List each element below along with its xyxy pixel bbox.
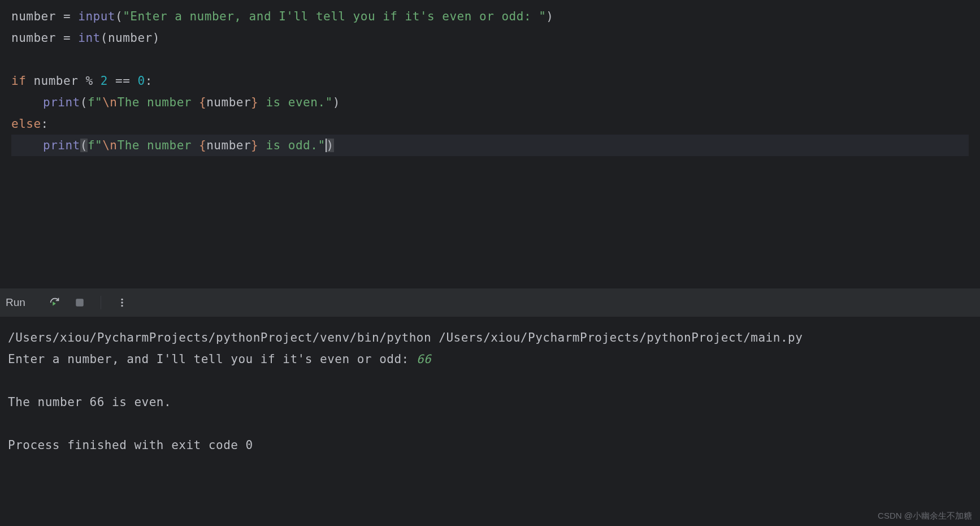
console-blank: [8, 370, 972, 391]
code-line-6[interactable]: else:: [11, 113, 969, 135]
toolbar-separator: [101, 296, 101, 309]
code-line-7[interactable]: print(f"\nThe number {number} is odd."): [11, 135, 969, 156]
more-icon[interactable]: [115, 296, 129, 309]
rerun-icon[interactable]: [48, 296, 62, 309]
code-line-3[interactable]: [11, 49, 969, 70]
svg-rect-0: [76, 299, 84, 307]
code-editor[interactable]: number = input("Enter a number, and I'll…: [0, 0, 980, 277]
console-blank: [8, 413, 972, 434]
stop-icon[interactable]: [73, 296, 86, 309]
svg-point-2: [121, 301, 123, 303]
code-line-5[interactable]: print(f"\nThe number {number} is even."): [11, 92, 969, 113]
console-user-input: 66: [417, 352, 431, 366]
code-line-1[interactable]: number = input("Enter a number, and I'll…: [11, 6, 969, 27]
svg-point-3: [121, 305, 123, 307]
console-prompt-line: Enter a number, and I'll tell you if it'…: [8, 348, 972, 370]
run-tab-label[interactable]: Run: [6, 296, 25, 309]
code-line-4[interactable]: if number % 2 == 0:: [11, 70, 969, 92]
svg-point-1: [121, 299, 123, 300]
console-exit-line: Process finished with exit code 0: [8, 434, 972, 456]
code-line-2[interactable]: number = int(number): [11, 27, 969, 49]
watermark: CSDN @小幽余生不加糖: [878, 511, 972, 521]
console-command: /Users/xiou/PycharmProjects/pythonProjec…: [8, 327, 972, 348]
console-output-line: The number 66 is even.: [8, 391, 972, 413]
console-output[interactable]: /Users/xiou/PycharmProjects/pythonProjec…: [0, 317, 980, 466]
run-toolbar: Run: [0, 288, 980, 317]
panel-divider[interactable]: [0, 277, 980, 288]
